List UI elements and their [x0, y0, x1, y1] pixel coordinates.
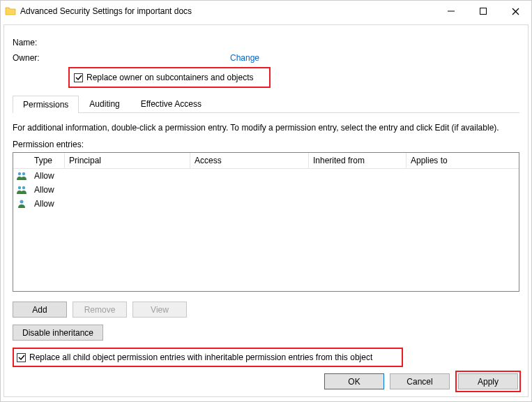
- col-type[interactable]: Type: [30, 153, 65, 168]
- col-principal[interactable]: Principal: [65, 153, 190, 168]
- svg-rect-1: [480, 8, 487, 15]
- permission-entries-label: Permission entries:: [13, 140, 519, 149]
- table-row[interactable]: Allow: [13, 169, 519, 183]
- name-row: Name:: [13, 38, 519, 47]
- disable-inheritance-button[interactable]: Disable inheritance: [13, 325, 103, 341]
- titlebar: Advanced Security Settings for important…: [1, 1, 531, 22]
- tab-auditing[interactable]: Auditing: [79, 95, 130, 112]
- view-button: View: [132, 302, 187, 318]
- permissions-table: Type Principal Access Inherited from App…: [13, 152, 519, 292]
- entry-buttons: Add Remove View: [13, 302, 519, 318]
- group-icon: [13, 184, 30, 196]
- folder-icon: [5, 6, 16, 17]
- inheritance-buttons: Disable inheritance: [13, 325, 519, 341]
- table-header: Type Principal Access Inherited from App…: [13, 153, 519, 169]
- replace-child-checkbox[interactable]: [17, 353, 26, 362]
- col-access[interactable]: Access: [190, 153, 309, 168]
- owner-label: Owner:: [13, 53, 63, 63]
- svg-point-4: [18, 172, 21, 175]
- tabstrip: Permissions Auditing Effective Access: [13, 95, 519, 113]
- cell-type: Allow: [30, 198, 65, 210]
- cell-type: Allow: [30, 184, 65, 196]
- window-controls: [435, 1, 531, 22]
- apply-highlight: Apply: [455, 371, 521, 392]
- replace-child-highlight: Replace all child object permission entr…: [13, 348, 403, 367]
- col-applies[interactable]: Applies to: [406, 153, 519, 168]
- col-icon: [13, 153, 30, 168]
- change-owner-link[interactable]: Change: [230, 53, 259, 63]
- tab-effective-access[interactable]: Effective Access: [130, 95, 212, 112]
- add-button[interactable]: Add: [13, 302, 67, 318]
- tab-permissions[interactable]: Permissions: [13, 96, 79, 113]
- ok-button[interactable]: OK: [324, 373, 384, 389]
- remove-button: Remove: [73, 302, 127, 318]
- owner-row: Owner: Change: [13, 53, 519, 63]
- minimize-button[interactable]: [435, 1, 467, 22]
- name-label: Name:: [13, 38, 63, 47]
- replace-owner-checkbox[interactable]: [74, 73, 83, 82]
- svg-point-7: [22, 186, 25, 189]
- cancel-button[interactable]: Cancel: [390, 373, 450, 389]
- replace-owner-highlight: Replace owner on subcontainers and objec…: [68, 67, 271, 88]
- replace-child-label: Replace all child object permission entr…: [29, 352, 372, 362]
- replace-owner-label: Replace owner on subcontainers and objec…: [86, 73, 253, 82]
- table-row[interactable]: Allow: [13, 197, 519, 211]
- table-row[interactable]: Allow: [13, 183, 519, 197]
- maximize-button[interactable]: [467, 1, 499, 22]
- close-button[interactable]: [499, 1, 531, 22]
- svg-point-5: [22, 172, 25, 175]
- cell-type: Allow: [30, 170, 65, 182]
- col-inherited[interactable]: Inherited from: [309, 153, 406, 168]
- user-icon: [13, 198, 30, 210]
- svg-point-8: [20, 200, 24, 204]
- svg-point-6: [18, 186, 21, 189]
- content-panel: Name: Owner: Change Replace owner on sub…: [3, 24, 529, 397]
- apply-button[interactable]: Apply: [458, 373, 518, 389]
- info-text: For additional information, double-click…: [13, 123, 519, 133]
- dialog-buttons: OK Cancel Apply: [324, 371, 521, 392]
- group-icon: [13, 170, 30, 182]
- window-title: Advanced Security Settings for important…: [20, 6, 435, 16]
